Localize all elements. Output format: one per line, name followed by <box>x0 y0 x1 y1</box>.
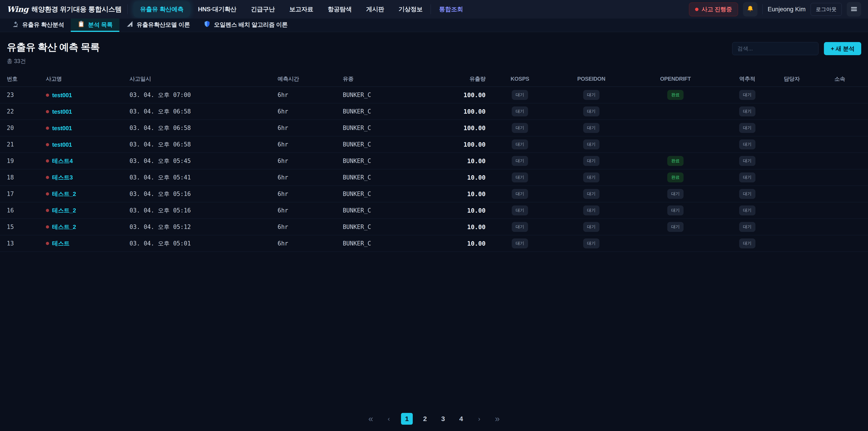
cell-organization <box>811 202 868 219</box>
nav-item-emergency-rescue[interactable]: 긴급구난 <box>245 2 281 17</box>
incident-link[interactable]: 테스트 <box>52 240 70 247</box>
cell-organization <box>811 136 868 153</box>
cell-incident-datetime: 03. 04. 오후 07:00 <box>129 87 278 103</box>
page-button-4[interactable]: 4 <box>455 413 467 425</box>
nav-item-integrated-search[interactable]: 통합조회 <box>433 2 469 17</box>
cell-backtrack-status: 대기 <box>723 219 772 235</box>
cell-organization <box>811 186 868 202</box>
search-input[interactable] <box>732 42 818 55</box>
status-badge: 대기 <box>512 123 528 133</box>
cell-organization <box>811 103 868 120</box>
notification-bell-button[interactable] <box>743 2 757 17</box>
status-badge: 대기 <box>512 239 528 248</box>
status-badge: 대기 <box>583 206 599 215</box>
nav-item-aerial-search[interactable]: 항공탐색 <box>321 2 358 17</box>
cell-opendrift-status <box>628 103 723 120</box>
cell-opendrift-status: 대기 <box>628 202 723 219</box>
page-button-2[interactable]: 2 <box>419 413 431 425</box>
table-row: 16테스트_203. 04. 오후 05:166hrBUNKER_C10.00대… <box>0 202 868 219</box>
nav-item-oil-spill-prediction[interactable]: 유출유 확산예측 <box>133 2 190 17</box>
tab-oil-spill-analysis[interactable]: 유출유 확산분석 <box>5 19 71 32</box>
cell-kosps-status: 대기 <box>486 120 554 136</box>
new-analysis-button[interactable]: + 새 분석 <box>824 42 861 55</box>
cell-spill-amount: 100.00 <box>441 136 486 153</box>
incident-link[interactable]: 테스트_2 <box>52 223 76 230</box>
cell-poseidon-status: 대기 <box>554 186 628 202</box>
incident-link[interactable]: test001 <box>52 92 72 98</box>
first-page-button[interactable]: « <box>365 413 377 425</box>
previous-page-button[interactable]: ‹ <box>383 413 395 425</box>
cell-prediction-duration: 6hr <box>278 136 343 153</box>
main-nav: 유출유 확산예측 HNS·대기확산 긴급구난 보고자료 항공탐색 게시판 기상정… <box>133 2 469 17</box>
cell-poseidon-status: 대기 <box>554 153 628 169</box>
status-badge: 대기 <box>583 90 599 100</box>
hamburger-icon <box>850 5 858 13</box>
cell-prediction-duration: 6hr <box>278 169 343 186</box>
cell-kosps-status: 대기 <box>486 186 554 202</box>
incident-link[interactable]: 테스트3 <box>52 174 73 181</box>
page-title: 유출유 확산 예측 목록 <box>7 41 100 54</box>
page-button-3[interactable]: 3 <box>437 413 449 425</box>
status-badge: 대기 <box>512 140 528 149</box>
status-badge: 대기 <box>512 222 528 232</box>
app-logo[interactable]: Wing 해양환경 위기대응 통합시스템 <box>7 5 122 14</box>
incident-link[interactable]: 테스트_2 <box>52 190 76 197</box>
incident-link[interactable]: test001 <box>52 125 72 131</box>
col-backtrack: 역추적 <box>723 71 772 87</box>
tab-diffusion-model-theory[interactable]: 유출유확산모델 이론 <box>119 19 197 32</box>
cell-spill-amount: 10.00 <box>441 235 486 252</box>
incident-link[interactable]: test001 <box>52 141 72 148</box>
cell-spill-amount: 100.00 <box>441 103 486 120</box>
incident-status-dot-icon <box>46 127 49 130</box>
tab-label: 유출유 확산분석 <box>22 21 64 29</box>
cell-oil-type: BUNKER_C <box>343 136 441 153</box>
table-row: 21test00103. 04. 오후 06:586hrBUNKER_C100.… <box>0 136 868 153</box>
menu-button[interactable] <box>847 2 861 17</box>
table-row: 18테스트303. 04. 오후 05:416hrBUNKER_C10.00대기… <box>0 169 868 186</box>
tab-oil-fence-algorithm-theory[interactable]: 오일펜스 배치 알고리즘 이론 <box>197 19 294 32</box>
nav-item-hns-air-diffusion[interactable]: HNS·대기확산 <box>192 2 243 17</box>
next-page-button[interactable]: › <box>473 413 485 425</box>
cell-number: 22 <box>0 103 46 120</box>
divider <box>431 4 431 14</box>
cell-spill-amount: 10.00 <box>441 169 486 186</box>
tab-analysis-list[interactable]: 분석 목록 <box>71 19 119 32</box>
incident-link[interactable]: 테스트_2 <box>52 207 76 214</box>
cell-backtrack-status: 대기 <box>723 169 772 186</box>
cell-oil-type: BUNKER_C <box>343 235 441 252</box>
cell-oil-type: BUNKER_C <box>343 120 441 136</box>
nav-item-reports[interactable]: 보고자료 <box>283 2 320 17</box>
cell-incident-datetime: 03. 04. 오후 06:58 <box>129 103 278 120</box>
cell-poseidon-status: 대기 <box>554 103 628 120</box>
nav-item-weather-info[interactable]: 기상정보 <box>392 2 429 17</box>
cell-poseidon-status: 대기 <box>554 219 628 235</box>
cell-spill-amount: 10.00 <box>441 202 486 219</box>
status-badge: 대기 <box>667 206 683 215</box>
cell-prediction-duration: 6hr <box>278 87 343 103</box>
cell-incident-name: test001 <box>46 87 129 103</box>
pagination: « ‹ 1 2 3 4 › » <box>0 408 868 431</box>
status-badge: 대기 <box>512 173 528 182</box>
cell-number: 20 <box>0 120 46 136</box>
incident-status-dot-icon <box>46 143 49 146</box>
col-manager: 담당자 <box>772 71 811 87</box>
incident-status-dot-icon <box>46 192 49 195</box>
col-oil-type: 유종 <box>343 71 441 87</box>
logout-button[interactable]: 로그아웃 <box>811 3 842 16</box>
page-button-1[interactable]: 1 <box>401 413 413 425</box>
clipboard-icon <box>78 20 85 29</box>
incident-link[interactable]: 테스트4 <box>52 157 73 164</box>
status-badge: 대기 <box>583 123 599 133</box>
nav-item-board[interactable]: 게시판 <box>360 2 391 17</box>
table-row: 22test00103. 04. 오후 06:586hrBUNKER_C100.… <box>0 103 868 120</box>
cell-oil-type: BUNKER_C <box>343 186 441 202</box>
table-header: 번호 사고명 사고일시 예측시간 유종 유출량 KOSPS POSEIDON O… <box>0 71 868 87</box>
table-body: 23test00103. 04. 오후 07:006hrBUNKER_C100.… <box>0 87 868 252</box>
incident-in-progress-badge[interactable]: 사고 진행중 <box>689 2 738 16</box>
top-navigation-bar: Wing 해양환경 위기대응 통합시스템 유출유 확산예측 HNS·대기확산 긴… <box>0 0 868 19</box>
sub-navigation-tabs: 유출유 확산분석 분석 목록 유출유확산모델 이론 오일펜스 배치 알고리즘 이… <box>0 19 868 32</box>
last-page-button[interactable]: » <box>491 413 503 425</box>
user-name: Eunjeong Kim <box>768 6 806 13</box>
status-badge: 대기 <box>739 173 755 182</box>
incident-link[interactable]: test001 <box>52 108 72 115</box>
